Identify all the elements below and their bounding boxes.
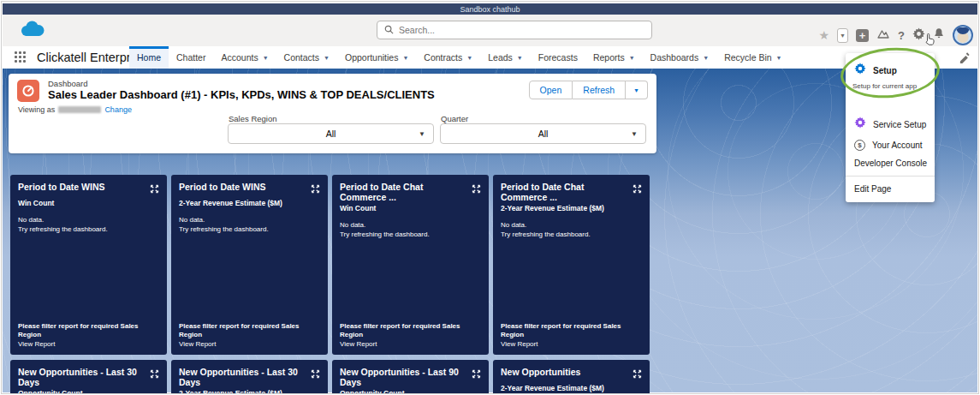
change-viewer-link[interactable]: Change (104, 105, 132, 114)
filter-note-text: Please filter report for required Sales … (18, 322, 159, 340)
view-report-link[interactable]: View Report (501, 340, 642, 349)
menu-item-label: Developer Console (854, 159, 927, 168)
menu-item-developer-console[interactable]: Developer Console (846, 153, 935, 170)
no-data-text: No data. (179, 216, 320, 225)
header-utility-icons: ★ ▼ + ? (818, 24, 973, 46)
refresh-button[interactable]: Refresh (573, 81, 626, 99)
metric-card: Period to Date WINS 2-Year Revenue Estim… (171, 175, 328, 355)
tab-label: Contacts (284, 52, 319, 63)
tab-label: Home (137, 52, 161, 63)
card-title: New Opportunities (501, 367, 580, 377)
quarter-filter-select[interactable]: All ▼ (440, 123, 646, 144)
metric-card: Period to Date Chat Commerce ... 2-Year … (493, 175, 650, 355)
tab-recycle-bin[interactable]: Recycle Bin ▼ (716, 46, 789, 69)
tab-opportunities[interactable]: Opportunities ▼ (337, 46, 416, 69)
dashboard-actions: Open Refresh ▼ (529, 81, 648, 99)
dashboard-title: Sales Leader Dashboard (#1) - KPIs, KPDs… (48, 88, 435, 101)
no-data-text: No data. (501, 221, 642, 230)
cards-row-1: Period to Date WINS Win Count No data. T… (10, 175, 650, 355)
no-data-text: No data. (18, 216, 159, 225)
tab-label: Contracts (424, 52, 462, 63)
metric-card: Period to Date Chat Commerce ... Win Cou… (332, 175, 489, 355)
card-title: New Opportunities - Last 30 Days (179, 367, 306, 387)
expand-icon[interactable] (472, 367, 481, 382)
card-subtitle: 2-Year Revenue Estimate ($M) (179, 199, 320, 207)
global-actions-icon[interactable]: + (856, 29, 869, 42)
menu-item-service-setup[interactable]: Service Setup (846, 111, 935, 134)
viewing-as-row: Viewing as Change (18, 105, 132, 114)
expand-icon[interactable] (633, 367, 642, 382)
chevron-down-icon: ▼ (402, 55, 408, 61)
expand-icon[interactable] (150, 182, 159, 197)
tab-label: Accounts (221, 52, 258, 63)
menu-item-your-account[interactable]: $ Your Account (846, 134, 935, 153)
tab-chatter[interactable]: Chatter (169, 46, 213, 69)
tab-contracts[interactable]: Contracts ▼ (416, 46, 480, 69)
tab-home[interactable]: Home (129, 46, 169, 69)
edit-page-pencil-icon[interactable] (959, 51, 970, 67)
setup-gear-icon (854, 63, 866, 78)
viewing-as-user-redacted (58, 106, 101, 113)
chevron-down-icon: ▼ (517, 55, 523, 61)
card-title: Period to Date Chat Commerce ... (340, 182, 466, 202)
card-subtitle: 2-Year Revenue Estimate ($M) (179, 389, 320, 394)
sandbox-banner-text: Sandbox chathub (460, 5, 520, 14)
view-report-link[interactable]: View Report (18, 340, 159, 349)
menu-item-label: Edit Page (854, 184, 891, 194)
cards-row-2: New Opportunities - Last 30 Days Opportu… (10, 360, 650, 394)
filter-note-text: Please filter report for required Sales … (179, 322, 320, 340)
search-icon (384, 22, 394, 38)
favorites-caret-button[interactable]: ▼ (837, 28, 848, 43)
chevron-down-icon: ▼ (776, 55, 782, 61)
tab-label: Leads (488, 52, 513, 63)
expand-icon[interactable] (633, 182, 642, 197)
tab-contacts[interactable]: Contacts ▼ (276, 46, 337, 69)
menu-item-edit-page[interactable]: Edit Page (846, 178, 935, 195)
dashboard-icon (17, 80, 39, 102)
card-title: Period to Date WINS (179, 182, 266, 192)
sales-region-filter-select[interactable]: All ▼ (228, 123, 434, 144)
card-subtitle: Opportunity Count (340, 389, 481, 394)
card-title: Period to Date Chat Commerce ... (501, 182, 627, 202)
help-icon[interactable]: ? (898, 29, 905, 42)
metric-card: New Opportunities - Last 30 Days Opportu… (10, 360, 167, 394)
expand-icon[interactable] (472, 182, 481, 197)
tab-label: Recycle Bin (724, 52, 771, 63)
metric-card: Period to Date WINS Win Count No data. T… (10, 175, 167, 355)
tab-leads[interactable]: Leads ▼ (480, 46, 531, 69)
tab-reports[interactable]: Reports ▼ (585, 46, 643, 69)
tab-accounts[interactable]: Accounts ▼ (213, 46, 276, 69)
chevron-down-icon: ▼ (466, 55, 472, 61)
favorites-star-icon[interactable]: ★ (818, 29, 829, 41)
sales-region-filter-label: Sales Region (229, 114, 277, 123)
tab-dashboards[interactable]: Dashboards ▼ (643, 46, 717, 69)
open-button[interactable]: Open (529, 81, 573, 99)
user-avatar[interactable] (953, 25, 973, 45)
app-launcher-icon[interactable] (15, 51, 26, 63)
quarter-filter-label: Quarter (441, 114, 468, 123)
nav-bar: Clickatell Enterprise Home Chatter Accou… (3, 46, 977, 69)
search-input[interactable] (399, 25, 644, 35)
expand-icon[interactable] (311, 367, 320, 382)
card-subtitle: Win Count (340, 204, 481, 212)
metric-card: New Opportunities 2-Year Revenue Estimat… (493, 360, 650, 394)
tab-label: Chatter (176, 52, 205, 63)
refresh-hint-text: Try refreshing the dashboard. (340, 230, 481, 240)
view-report-link[interactable]: View Report (340, 340, 481, 349)
more-actions-caret-button[interactable]: ▼ (626, 81, 648, 99)
expand-icon[interactable] (311, 182, 320, 197)
card-title: New Opportunities - Last 90 Days (340, 367, 466, 387)
tab-forecasts[interactable]: Forecasts (531, 46, 585, 69)
card-subtitle: 2-Year Revenue Estimate ($M) (501, 384, 642, 392)
menu-item-label: Setup (873, 66, 897, 75)
quarter-filter-value: All (538, 129, 549, 139)
menu-item-setup[interactable]: Setup (846, 57, 935, 80)
expand-icon[interactable] (150, 367, 159, 382)
menu-divider (846, 176, 935, 177)
view-report-link[interactable]: View Report (179, 340, 320, 349)
tab-label: Reports (593, 52, 625, 63)
guidance-center-icon[interactable] (876, 27, 890, 43)
sales-region-filter-value: All (326, 129, 336, 139)
global-search[interactable] (377, 21, 652, 39)
menu-item-label: Your Account (872, 141, 923, 150)
